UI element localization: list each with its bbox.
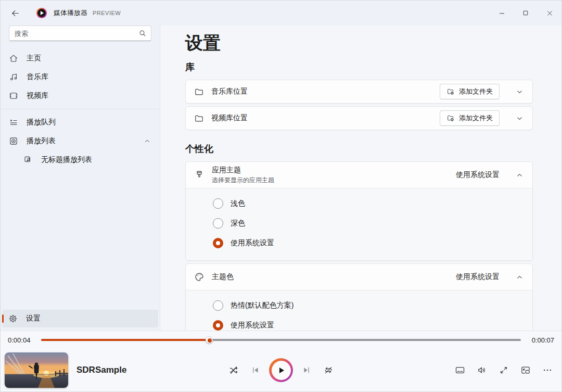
play-button-inner <box>272 361 291 380</box>
radio-label: 热情(默认配色方案) <box>231 301 293 310</box>
sidebar-item-settings[interactable]: 设置 <box>2 310 158 327</box>
page-title: 设置 <box>185 31 533 55</box>
sidebar-item-music-library[interactable]: 音乐库 <box>3 68 158 86</box>
back-button[interactable] <box>7 5 23 21</box>
radio-option-dark[interactable]: 深色 <box>213 213 524 233</box>
radio-label: 深色 <box>231 219 245 228</box>
radio-button[interactable] <box>213 238 223 248</box>
maximize-button[interactable] <box>514 1 538 26</box>
add-folder-icon <box>446 87 455 96</box>
next-track-button[interactable] <box>298 362 315 378</box>
seek-thumb[interactable] <box>206 336 213 344</box>
mini-player-icon <box>520 365 531 375</box>
repeat-off-icon <box>323 365 334 375</box>
secondary-controls <box>451 362 556 378</box>
track-title: SDRSample <box>76 365 126 375</box>
close-button[interactable] <box>538 1 561 26</box>
captions-icon <box>455 365 465 375</box>
shuffle-off-icon <box>228 365 239 375</box>
folder-icon <box>194 113 204 123</box>
add-folder-button[interactable]: 添加文件夹 <box>440 110 500 126</box>
theme-color-options: 热情(默认配色方案) 使用系统设置 你将在下次启动应用时看到所做的更改。 <box>186 290 532 331</box>
sidebar-item-label: 视频库 <box>27 91 48 100</box>
music-library-locations-row[interactable]: 音乐库位置 添加文件夹 <box>185 80 533 104</box>
gear-icon <box>8 314 18 323</box>
expander-subtitle: 选择要显示的应用主题 <box>212 176 449 185</box>
media-player-logo-icon <box>36 7 47 19</box>
close-icon <box>546 9 554 17</box>
captions-button[interactable] <box>451 362 469 378</box>
expander-value: 使用系统设置 <box>456 170 500 180</box>
more-button[interactable] <box>539 362 556 378</box>
repeat-button[interactable] <box>320 362 337 378</box>
seek-fill <box>41 339 209 341</box>
album-art[interactable] <box>5 352 68 388</box>
radio-button[interactable] <box>213 320 223 331</box>
previous-track-button[interactable] <box>247 362 264 378</box>
sidebar: 主页 音乐库 视频库 播放队列 播放列表 <box>1 26 160 331</box>
radio-option-system[interactable]: 使用系统设置 <box>213 233 524 253</box>
sidebar-item-playlists[interactable]: 播放列表 <box>3 132 158 150</box>
expander-title: 主题色 <box>212 272 449 282</box>
video-library-icon <box>9 91 18 100</box>
seek-slider[interactable] <box>41 336 521 344</box>
elapsed-time: 0:00:04 <box>8 336 33 344</box>
sidebar-item-video-library[interactable]: 视频库 <box>3 87 158 105</box>
sidebar-item-label: 播放队列 <box>27 118 56 127</box>
add-folder-label: 添加文件夹 <box>459 113 493 123</box>
search-input[interactable] <box>9 26 151 41</box>
radio-option-warm-default[interactable]: 热情(默认配色方案) <box>213 296 524 315</box>
preview-badge: PREVIEW <box>93 10 121 16</box>
theme-color-header[interactable]: 主题色 使用系统设置 <box>186 264 532 290</box>
radio-button[interactable] <box>213 300 223 311</box>
more-icon <box>542 365 553 375</box>
titlebar: 媒体播放器 PREVIEW <box>1 1 561 26</box>
radio-label: 使用系统设置 <box>231 321 274 330</box>
maximize-icon <box>522 9 529 17</box>
transport-controls <box>225 358 337 382</box>
mini-player-button[interactable] <box>517 362 534 378</box>
chevron-down-icon[interactable] <box>516 88 523 95</box>
sidebar-item-label: 无标题播放列表 <box>41 155 92 165</box>
radio-option-light[interactable]: 浅色 <box>213 194 524 213</box>
music-library-icon <box>9 72 18 82</box>
chevron-up-icon[interactable] <box>144 138 150 144</box>
chevron-up-icon[interactable] <box>516 274 523 281</box>
settings-page: 设置 库 音乐库位置 添加文件夹 视频库位置 添加文件夹 <box>160 26 561 331</box>
sidebar-item-home[interactable]: 主页 <box>3 49 158 67</box>
chevron-down-icon[interactable] <box>516 115 523 122</box>
chevron-up-icon[interactable] <box>516 172 523 179</box>
window-controls <box>490 1 561 26</box>
app-title: 媒体播放器 <box>54 8 87 18</box>
expander-title: 应用主题 <box>212 166 449 175</box>
add-folder-button[interactable]: 添加文件夹 <box>440 84 500 99</box>
radio-button[interactable] <box>213 198 223 209</box>
fullscreen-button[interactable] <box>495 362 513 378</box>
sidebar-item-label: 主页 <box>27 54 41 63</box>
sidebar-item-untitled-playlist[interactable]: 无标题播放列表 <box>3 151 158 169</box>
app-theme-card: 应用主题 选择要显示的应用主题 使用系统设置 浅色 深色 <box>185 161 533 261</box>
library-section-heading: 库 <box>185 61 533 73</box>
sidebar-item-play-queue[interactable]: 播放队列 <box>3 113 158 131</box>
app-theme-header[interactable]: 应用主题 选择要显示的应用主题 使用系统设置 <box>186 162 532 188</box>
sidebar-separator <box>1 109 160 109</box>
row-label: 视频库位置 <box>211 113 432 123</box>
shuffle-button[interactable] <box>225 362 242 378</box>
total-time: 0:00:07 <box>529 336 554 344</box>
play-button[interactable] <box>269 358 293 382</box>
volume-button[interactable] <box>473 362 491 378</box>
palette-icon <box>194 272 205 282</box>
radio-option-system-color[interactable]: 使用系统设置 <box>213 315 524 331</box>
folder-icon <box>194 87 204 97</box>
seek-row: 0:00:04 0:00:07 <box>1 331 561 349</box>
playlist-item-icon <box>23 155 33 165</box>
add-folder-icon <box>446 114 455 122</box>
radio-button[interactable] <box>213 218 223 229</box>
home-icon <box>9 54 18 63</box>
now-playing: SDRSample <box>5 352 126 388</box>
minimize-button[interactable] <box>490 1 514 26</box>
fullscreen-icon <box>499 365 509 375</box>
radio-label: 浅色 <box>231 199 245 208</box>
video-library-locations-row[interactable]: 视频库位置 添加文件夹 <box>185 106 533 130</box>
volume-icon <box>477 365 487 375</box>
